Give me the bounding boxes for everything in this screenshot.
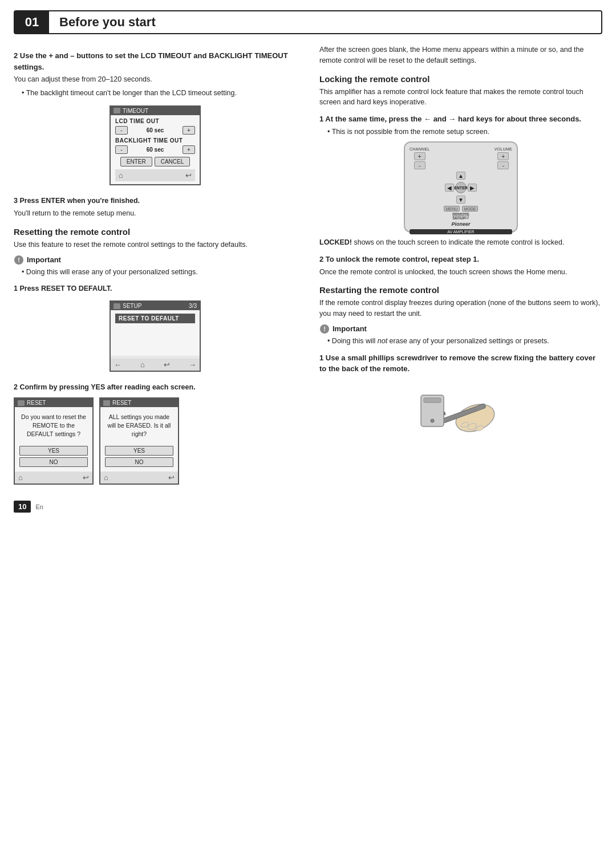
lcd-reset2-yes[interactable]: YES [105, 446, 173, 456]
lcd-enter-cancel-row: ENTER CANCEL [115, 157, 195, 166]
lcd-timeout-screen: TIMEOUT LCD TIME OUT - 60 sec + BACKLIGH… [110, 105, 201, 185]
lcd-plus1-btn[interactable]: + [183, 126, 195, 135]
setup-remote-icon [114, 303, 120, 309]
lcd-reset1-buttons: YES NO [15, 444, 92, 469]
locked-label: LOCKED! [319, 238, 352, 246]
restarting-body: If the remote control display freezes du… [319, 298, 602, 319]
lcd-reset1-no[interactable]: NO [19, 457, 88, 467]
lcd-reset2-back: ↩ [168, 473, 175, 482]
important2-icon: ! [319, 324, 330, 334]
resetting-heading: Resetting the remote control [14, 227, 297, 237]
lcd-setup-back-nav: ← [114, 360, 121, 369]
step1-screwdriver-heading: 1 Use a small phillips screwdriver to re… [319, 352, 602, 375]
lcd-setup-screen: SETUP 3/3 RESET TO DEFAULT ← ⌂ ↩ → [110, 300, 201, 372]
remote-small-btns: MENU MODE [444, 206, 478, 212]
lcd-control-row2: - 60 sec + [115, 145, 195, 154]
lcd-label1: LCD TIME OUT [115, 118, 195, 124]
lcd-reset-screen1: RESET Do you want to reset the REMOTE to… [14, 397, 94, 485]
locking-heading: Locking the remote control [319, 74, 602, 84]
lcd-reset1-title: RESET [27, 400, 46, 406]
lcd-setup-page: 3/3 [189, 303, 197, 309]
lcd-timeout-title: TIMEOUT [123, 108, 148, 114]
right-column: After the screen goes blank, the Home me… [313, 44, 602, 489]
remote-brand: Pioneer [451, 221, 470, 227]
remote-channel-controls: + - [414, 152, 425, 169]
remote-center-area: ▲ ▼ ◀ ▶ ENTER [445, 172, 477, 204]
after-blank-text: After the screen goes blank, the Home me… [319, 44, 602, 66]
remote-down-btn[interactable]: ▼ [456, 196, 465, 204]
step1-lock-heading: 1 At the same time, press the ← and → ha… [319, 113, 602, 125]
step2b-heading: 2 Confirm by pressing YES after reading … [14, 382, 297, 393]
step3-body: You'll return to the remote setup menu. [14, 208, 297, 219]
page-lang: En [35, 503, 43, 510]
remote-remote-setup-btn[interactable]: REMOTE SETUP [453, 213, 469, 219]
step2-bullet: The backlight timeout can't be longer th… [22, 88, 297, 99]
lcd-reset-screen2: RESET ALL settings you made will be ERAS… [99, 397, 179, 485]
reset1-icon [18, 400, 25, 406]
remote-volume-label: VOLUME + - [495, 147, 512, 169]
locked-body: shows on the touch screen to indicate th… [354, 238, 564, 246]
lcd-reset2-body: ALL settings you made will be ERASED. Is… [100, 407, 178, 444]
lcd-reset2-buttons: YES NO [100, 444, 178, 469]
lcd-reset1-home: ⌂ [18, 473, 23, 482]
lcd-reset-to-default-item[interactable]: RESET TO DEFAULT [115, 314, 195, 323]
remote-volume-minus[interactable]: - [497, 161, 509, 169]
remote-icon [114, 108, 120, 113]
page-footer: 10 En [14, 501, 602, 513]
important2-bullet-start: Doing this will [332, 337, 378, 345]
lcd-minus1-btn[interactable]: - [115, 126, 128, 135]
lcd-setup-nav-row: ← ⌂ ↩ → [111, 359, 200, 371]
remote-channel-plus[interactable]: + [414, 152, 425, 160]
lcd-timeout-header: TIMEOUT [111, 107, 200, 115]
lcd-reset1-nav: ⌂ ↩ [15, 472, 92, 484]
locking-body: This amplifier has a remote control lock… [319, 87, 602, 108]
lcd-reset2-no[interactable]: NO [105, 457, 173, 467]
lcd-setup-back-icon: ↩ [164, 360, 170, 369]
remote-enter-btn[interactable]: ENTER [455, 182, 467, 193]
remote-up-btn[interactable]: ▲ [456, 172, 465, 180]
chapter-title: Before you start [49, 15, 156, 30]
remote-center-placeholder [461, 147, 463, 169]
important-box2: ! Important Doing this will not erase an… [319, 324, 602, 347]
chapter-number: 01 [15, 11, 49, 33]
remote-volume-plus[interactable]: + [497, 152, 509, 160]
lcd-value1: 60 sec [147, 127, 164, 133]
step3-heading: 3 Press ENTER when you're finished. [14, 196, 297, 206]
lcd-reset1-back: ↩ [83, 473, 89, 482]
lcd-cancel-btn[interactable]: CANCEL [155, 157, 191, 166]
important-bullet: Doing this will erase any of your person… [22, 267, 297, 278]
step2-unlock-heading: 2 To unlock the remote control, repeat s… [319, 254, 602, 265]
remote-right-btn[interactable]: ▶ [468, 184, 477, 192]
svg-text:!: ! [18, 257, 20, 263]
remote-left-btn[interactable]: ◀ [445, 184, 454, 192]
svg-rect-11 [424, 398, 441, 403]
reset-screens-container: RESET Do you want to reset the REMOTE to… [14, 397, 297, 485]
remote-menu-btn[interactable]: MENU [444, 206, 460, 212]
lcd-timeout-body: LCD TIME OUT - 60 sec + BACKLIGHT TIME O… [111, 115, 200, 184]
screwdriver-illustration [418, 384, 504, 441]
lcd-minus2-btn[interactable]: - [115, 145, 128, 154]
step2-body: You can adjust these from 20–120 seconds… [14, 74, 297, 85]
important-icon: ! [14, 255, 24, 265]
reset2-icon [103, 400, 110, 406]
lcd-reset1-yes[interactable]: YES [19, 446, 88, 456]
lcd-home-icon: ⌂ [119, 171, 123, 180]
important-header: ! Important [14, 255, 297, 265]
svg-point-12 [431, 419, 434, 422]
remote-mode-btn[interactable]: MODE [462, 206, 478, 212]
lcd-enter-btn[interactable]: ENTER [120, 157, 152, 166]
step1-lock-bullet: This is not possible from the remote set… [327, 127, 602, 137]
lcd-setup-body: RESET TO DEFAULT [111, 310, 200, 356]
lcd-plus2-btn[interactable]: + [183, 145, 195, 154]
remote-channel-minus[interactable]: - [414, 161, 425, 169]
lcd-reset1-body: Do you want to reset the REMOTE to the D… [15, 407, 92, 444]
lcd-reset2-header: RESET [100, 399, 178, 407]
lcd-reset2-home: ⌂ [104, 473, 108, 482]
remote-model-bar: AV AMPLIFIER [410, 229, 512, 234]
remote-dpad: ▲ ▼ ◀ ▶ ENTER [445, 172, 477, 204]
lcd-setup-title: SETUP [123, 303, 141, 309]
step2-heading: 2 Use the + and – buttons to set the LCD… [14, 50, 297, 72]
locked-text-para: LOCKED! shows on the touch screen to ind… [319, 237, 602, 248]
lcd-setup-fwd-nav: → [189, 360, 196, 369]
lcd-setup-home-icon: ⌂ [140, 360, 145, 369]
